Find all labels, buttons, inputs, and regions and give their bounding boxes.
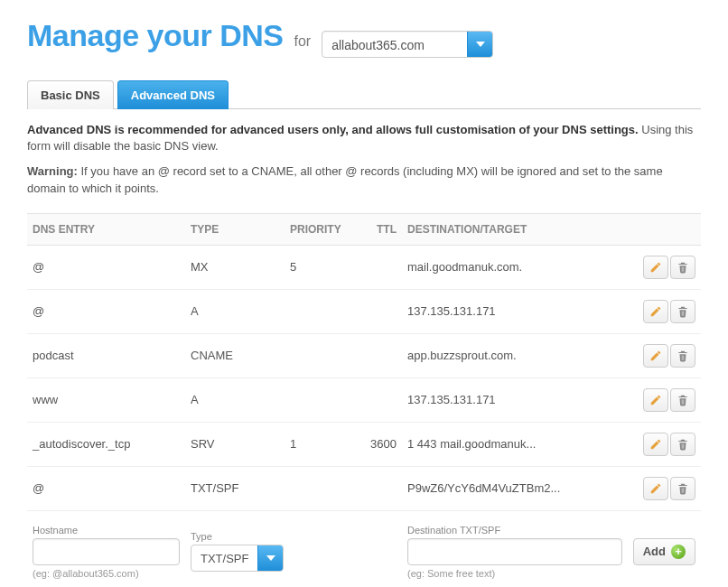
cell-priority [285, 289, 357, 333]
destination-input[interactable] [407, 538, 622, 565]
delete-button[interactable] [670, 344, 695, 368]
table-row: podcastCNAMEapp.buzzsprout.com. [27, 333, 701, 377]
add-button-label: Add [643, 545, 666, 558]
cell-type: A [185, 289, 285, 333]
page-title: Manage your DNS [27, 18, 283, 53]
table-row: _autodiscover._tcpSRV136001 443 mail.goo… [27, 422, 701, 466]
col-dest: DESTINATION/TARGET [402, 213, 629, 245]
edit-button[interactable] [643, 477, 668, 500]
col-type: TYPE [185, 213, 285, 245]
cell-type: TXT/SPF [185, 466, 285, 510]
cell-ttl [357, 289, 402, 333]
cell-ttl [357, 245, 402, 289]
destination-hint: (eg: Some free text) [407, 568, 622, 579]
cell-entry: @ [27, 245, 185, 289]
cell-type: CNAME [185, 333, 285, 377]
chevron-down-icon [467, 32, 492, 57]
cell-dest: 1 443 mail.goodmanuk... [402, 422, 629, 466]
cell-type: MX [185, 245, 285, 289]
type-select[interactable]: TXT/SPF [191, 545, 284, 572]
intro-text: Advanced DNS is recommended for advanced… [27, 122, 701, 154]
cell-dest: P9wZ6/YcY6dM4VuZTBm2... [402, 466, 629, 510]
cell-priority [285, 466, 357, 510]
dns-table: DNS ENTRY TYPE PRIORITY TTL DESTINATION/… [27, 213, 701, 511]
edit-button[interactable] [643, 388, 668, 412]
cell-type: SRV [185, 422, 285, 466]
edit-button[interactable] [643, 433, 668, 456]
col-priority: PRIORITY [285, 213, 357, 245]
edit-button[interactable] [643, 344, 668, 368]
cell-entry: podcast [27, 333, 185, 377]
col-ttl: TTL [357, 213, 402, 245]
type-label: Type [191, 531, 397, 542]
edit-button[interactable] [643, 256, 668, 279]
delete-button[interactable] [670, 477, 695, 500]
cell-dest: mail.goodmanuk.com. [402, 245, 629, 289]
destination-label: Destination TXT/SPF [407, 525, 622, 536]
cell-dest: 137.135.131.171 [402, 289, 629, 333]
cell-priority: 5 [285, 245, 357, 289]
cell-entry: @ [27, 466, 185, 510]
delete-button[interactable] [670, 256, 695, 279]
cell-type: A [185, 377, 285, 422]
cell-entry: @ [27, 289, 185, 333]
col-entry: DNS ENTRY [27, 213, 185, 245]
add-button[interactable]: Add + [633, 538, 695, 565]
warning-body: If you have an @ record set to a CNAME, … [27, 164, 663, 194]
plus-icon: + [671, 545, 686, 559]
tabs: Basic DNS Advanced DNS [27, 79, 701, 109]
table-row: wwwA137.135.131.171 [27, 377, 701, 422]
cell-priority: 1 [285, 422, 357, 466]
cell-ttl [357, 333, 402, 377]
cell-dest: app.buzzsprout.com. [402, 333, 629, 377]
warning-text: Warning: If you have an @ record set to … [27, 163, 701, 196]
warning-label: Warning: [27, 164, 78, 178]
cell-ttl [357, 466, 402, 510]
for-label: for [294, 33, 311, 50]
hostname-input[interactable] [33, 538, 180, 565]
tab-basic-dns[interactable]: Basic DNS [27, 80, 114, 109]
cell-entry: www [27, 377, 185, 422]
table-row: @MX5mail.goodmanuk.com. [27, 245, 701, 289]
delete-button[interactable] [670, 388, 695, 412]
hostname-label: Hostname [33, 525, 180, 536]
delete-button[interactable] [670, 433, 695, 456]
edit-button[interactable] [643, 300, 668, 323]
intro-bold: Advanced DNS is recommended for advanced… [27, 123, 639, 136]
table-row: @A137.135.131.171 [27, 289, 701, 333]
chevron-down-icon [257, 545, 283, 571]
hostname-hint: (eg: @allabout365.com) [33, 568, 180, 579]
cell-ttl [357, 377, 402, 422]
tab-advanced-dns[interactable]: Advanced DNS [117, 80, 229, 109]
cell-ttl: 3600 [357, 422, 402, 466]
cell-priority [285, 333, 357, 377]
domain-select-value: allabout365.com [322, 32, 467, 57]
domain-select[interactable]: allabout365.com [322, 31, 493, 58]
cell-entry: _autodiscover._tcp [27, 422, 185, 466]
cell-priority [285, 377, 357, 422]
delete-button[interactable] [670, 300, 695, 323]
cell-dest: 137.135.131.171 [402, 377, 629, 422]
table-row: @TXT/SPFP9wZ6/YcY6dM4VuZTBm2... [27, 466, 701, 510]
type-select-value: TXT/SPF [191, 545, 257, 571]
